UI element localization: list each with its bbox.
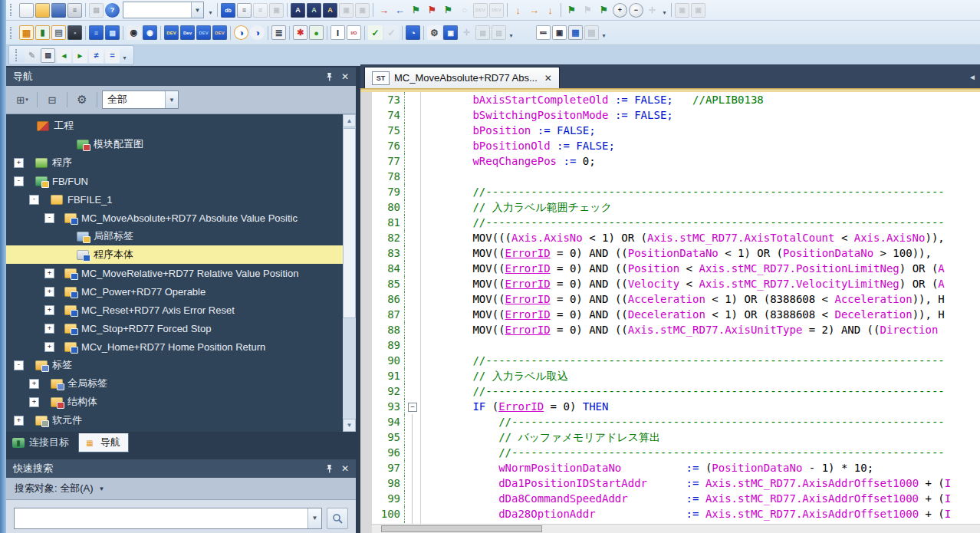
tree-item-4[interactable]: -FBFILE_1 [6,190,356,209]
code-text[interactable]: dDa1PositionIDStartAddr := Axis.stMC_RD7… [421,475,980,491]
jump-down-icon[interactable]: ↓ [511,3,525,18]
window-layout-icon[interactable]: ▣ [269,3,284,18]
scrollbar-thumb[interactable] [381,525,542,532]
zoom-out-icon[interactable]: − [629,3,643,18]
code-line-82[interactable]: 82 MOV(((Axis.AxisNo < 1) OR (Axis.stMC_… [360,230,980,245]
code-text[interactable]: dDa28OptionAddr := Axis.stMC_RD77.AxisAd… [421,506,980,521]
toolbar-overflow-icon[interactable]: ▾ [507,25,515,41]
gear-icon[interactable]: ⚙ [72,91,92,108]
cross-reference-icon[interactable]: db [221,3,235,18]
tree-item-6[interactable]: 局部标签 [6,227,356,245]
st-table-icon[interactable]: ▦ [568,25,583,40]
program-check-icon[interactable]: ✓ [368,25,383,40]
chevron-down-icon[interactable]: ▼ [191,2,203,18]
tree-item-12[interactable]: +MCv_Home+RD77 Home Position Return [6,337,356,356]
tree-item-7[interactable]: 程序本体 [6,245,356,264]
tree-item-8[interactable]: +MC_MoveRelative+RD77 Relative Value Pos… [6,264,356,282]
code-line-100[interactable]: 100 dDa28OptionAddr := Axis.stMC_RD77.Ax… [360,506,980,521]
device-list-2-icon[interactable]: ≡ [253,3,268,18]
code-line-86[interactable]: 86 MOV((ErrorID = 0) AND ((Acceleration … [360,291,980,307]
new-project-icon[interactable] [19,3,34,18]
intelligent-function-icon[interactable]: ≣ [271,25,286,40]
code-text[interactable]: MOV((ErrorID = 0) AND ((Position < Axis.… [421,261,980,276]
code-text[interactable]: MOV((ErrorID = 0) AND ((Axis.stMC_RD77.A… [421,322,980,337]
device-compare-1-icon[interactable]: ≠ [89,48,104,63]
code-line-92[interactable]: 92 //-----------------------------------… [360,383,980,399]
save-project-icon[interactable] [51,3,66,18]
tree-item-9[interactable]: +MC_Power+RD77 Operable [6,282,356,301]
editor-tab[interactable]: ST MC_MoveAbsolute+RD77 Abs... ✕ [364,67,560,88]
code-text[interactable]: MOV((ErrorID = 0) AND ((Acceleration < 1… [421,291,980,307]
zoom-in-icon[interactable]: + [613,3,627,18]
code-line-91[interactable]: 91 // 入力ラベル取込 [360,368,980,383]
toolbar-overflow-icon[interactable]: ▾ [600,25,608,41]
jump-back-icon[interactable]: → [377,3,391,18]
device-list-icon[interactable]: ≡ [237,3,252,18]
dev-gray-2-icon[interactable]: DEV [489,3,504,18]
find-next-icon[interactable]: ► [73,48,87,63]
code-line-85[interactable]: 85 MOV((ErrorID = 0) AND ((Velocity < Ax… [360,276,980,291]
collapse-icon[interactable]: - [14,176,24,186]
device-initial-icon[interactable]: DEV [196,25,211,40]
search-input[interactable] [15,508,307,528]
st-box-icon[interactable]: ▣ [552,25,567,40]
horizontal-scrollbar[interactable] [372,524,980,533]
code-text[interactable]: // 入力ラベル取込 [421,368,980,383]
chevron-down-icon[interactable]: ▼ [307,508,321,528]
code-line-99[interactable]: 99 dDa8CommandSpeedAddr := Axis.stMC_RD7… [360,491,980,506]
find-previous-icon[interactable]: ◄ [57,48,71,63]
code-text[interactable]: //--------------------------------------… [421,445,980,460]
st-element-icon[interactable]: ≔ [536,25,551,40]
device-flag-green2-icon[interactable]: ⚑ [441,3,455,18]
code-text[interactable]: //--------------------------------------… [421,414,980,429]
code-text[interactable]: bPosition := FALSE; [421,123,980,138]
document-print-icon[interactable]: ▤ [41,48,55,63]
window-2-icon[interactable]: ▣ [355,3,370,18]
expand-icon[interactable]: + [14,416,24,426]
code-text[interactable]: bSwitchingPositonMode := FALSE; [421,107,980,123]
watch-register-green-2-icon[interactable]: ⚑ [597,3,611,18]
float-window-icon[interactable]: ▣ [675,3,689,18]
tree-item-13[interactable]: -标签 [6,356,356,374]
window-1-icon[interactable]: ▣ [339,3,354,18]
search-scope-selector[interactable]: 搜索对象: 全部(A) ▼ [6,478,356,500]
expand-icon[interactable]: + [44,287,54,297]
dock-window-icon[interactable]: ▣ [691,3,705,18]
position-tool-3-icon[interactable]: ▥ [492,25,506,40]
tree-expand-icon[interactable]: ⊞▾ [12,91,32,108]
tree-item-1[interactable]: 模块配置图 [6,135,356,153]
code-text[interactable]: // 入力ラベル範囲チェック [421,199,980,215]
code-line-81[interactable]: 81 //-----------------------------------… [360,215,980,230]
code-text[interactable]: MOV((ErrorID = 0) AND ((PositionDataNo <… [421,245,980,261]
code-line-96[interactable]: 96 //-----------------------------------… [360,445,980,460]
tree-item-10[interactable]: +MC_Reset+RD77 Axis Error Reset [6,301,356,319]
print-icon[interactable]: ≡ [67,3,82,18]
code-text[interactable]: //--------------------------------------… [421,353,980,368]
backup-icon[interactable]: ● [309,25,324,40]
code-line-75[interactable]: 75 bPosition := FALSE; [360,123,980,138]
tree-item-16[interactable]: +软元件 [6,411,356,429]
device-comment-icon[interactable]: DEV [164,25,179,40]
code-text[interactable]: //--------------------------------------… [421,383,980,399]
write-to-plc-icon[interactable]: ▮ [35,25,50,40]
ladder-monitor-icon[interactable]: ≡ [89,25,104,40]
code-text[interactable]: //--------------------------------------… [421,215,980,230]
code-text[interactable]: bPositionOld := FALSE; [421,138,980,153]
nav-filter-combo[interactable]: 全部 ▼ [102,90,179,109]
expand-icon[interactable]: + [14,158,24,168]
toolbar-overflow-icon[interactable]: ▾ [120,47,129,64]
io-check-icon[interactable]: I/O [347,25,361,40]
code-line-77[interactable]: 77 wReqChangePos := 0; [360,153,980,169]
watch-register-gray-icon[interactable]: ⚑ [580,3,595,18]
code-line-76[interactable]: 76 bPositionOld := FALSE; [360,138,980,153]
watch-2-icon[interactable]: ◑ [250,25,265,40]
tree-item-15[interactable]: +结构体 [6,393,356,411]
open-project-icon[interactable] [35,3,50,18]
navigation-window-icon[interactable]: ▦ [19,25,34,40]
code-text[interactable]: // バッファメモリアドレス算出 [421,429,980,445]
pin-icon[interactable] [325,464,334,473]
tree-item-11[interactable]: +MC_Stop+RD77 Forced Stop [6,319,356,337]
parameter-setting-icon[interactable]: ✱ [293,25,307,40]
code-line-88[interactable]: 88 MOV((ErrorID = 0) AND ((Axis.stMC_RD7… [360,322,980,337]
read-from-plc-icon[interactable]: ▤ [51,25,66,40]
